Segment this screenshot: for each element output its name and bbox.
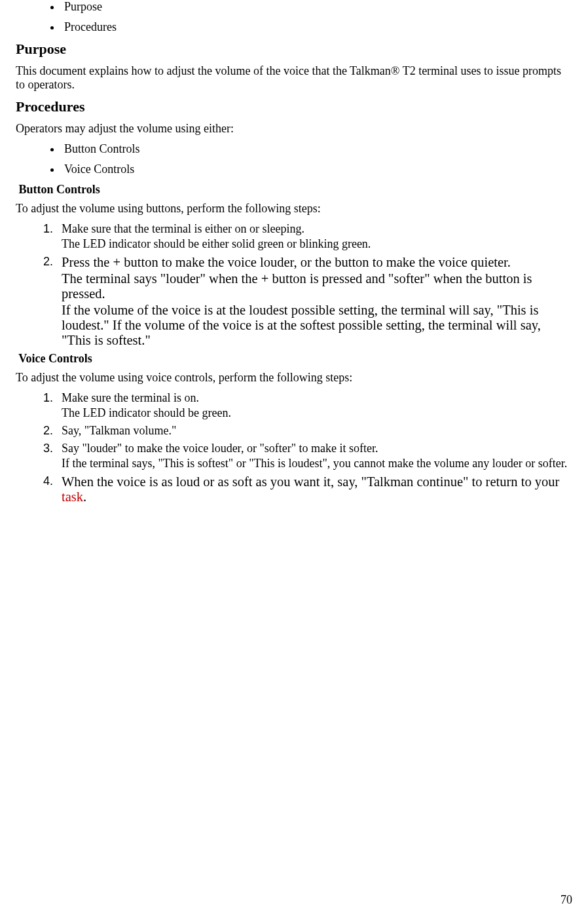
step-sub-text: If the terminal says, "This is softest" … — [62, 457, 572, 470]
button-step-2: 2. Press the + button to make the voice … — [62, 255, 572, 348]
voice-step-4: 4. When the voice is as loud or as soft … — [62, 474, 572, 505]
voice-step-1: 1. Make sure the terminal is on. The LED… — [62, 391, 572, 420]
procedures-intro: Operators may adjust the volume using ei… — [16, 122, 572, 136]
purpose-heading: Purpose — [16, 41, 572, 58]
voice-step-3: 3. Say "louder" to make the voice louder… — [62, 442, 572, 470]
button-controls-heading: Button Controls — [16, 183, 572, 197]
step-text: Make sure the terminal is on. — [62, 391, 572, 405]
voice-controls-intro: To adjust the volume using voice control… — [16, 371, 572, 385]
nav-item-procedures: Procedures — [62, 20, 572, 34]
nav-bullet-list: Purpose Procedures — [16, 0, 572, 34]
step-number: 4. — [43, 474, 53, 488]
voice-controls-heading: Voice Controls — [16, 352, 572, 366]
step-text-post: . — [83, 489, 86, 504]
voice-step-2: 2. Say, "Talkman volume." — [62, 424, 572, 438]
step-sub-text: If the volume of the voice is at the lou… — [62, 303, 572, 348]
option-voice-controls: Voice Controls — [62, 163, 572, 176]
step-number: 2. — [43, 255, 53, 269]
procedures-heading: Procedures — [16, 98, 572, 115]
voice-controls-steps: 1. Make sure the terminal is on. The LED… — [16, 391, 572, 505]
step-sub-text: The LED indicator should be either solid… — [62, 237, 572, 251]
step-text: When the voice is as loud or as soft as … — [62, 474, 572, 505]
step-sub-text: The LED indicator should be green. — [62, 406, 572, 420]
button-controls-steps: 1. Make sure that the terminal is either… — [16, 222, 572, 348]
task-link[interactable]: task — [62, 489, 83, 504]
step-number: 1. — [43, 391, 53, 405]
option-button-controls: Button Controls — [62, 142, 572, 156]
nav-item-purpose: Purpose — [62, 0, 572, 14]
step-number: 2. — [43, 424, 53, 438]
step-text: Press the + button to make the voice lou… — [62, 255, 572, 270]
step-text: Make sure that the terminal is either on… — [62, 222, 572, 236]
step-number: 1. — [43, 222, 53, 236]
step-text: Say "louder" to make the voice louder, o… — [62, 442, 572, 455]
button-step-1: 1. Make sure that the terminal is either… — [62, 222, 572, 251]
step-number: 3. — [43, 442, 53, 455]
step-text-pre: When the voice is as loud or as soft as … — [62, 474, 559, 489]
purpose-text: This document explains how to adjust the… — [16, 64, 572, 92]
step-sub-text: The terminal says "louder" when the + bu… — [62, 271, 572, 301]
step-text: Say, "Talkman volume." — [62, 424, 572, 438]
page-number: 70 — [560, 893, 572, 907]
procedures-options-list: Button Controls Voice Controls — [16, 142, 572, 176]
button-controls-intro: To adjust the volume using buttons, perf… — [16, 202, 572, 216]
